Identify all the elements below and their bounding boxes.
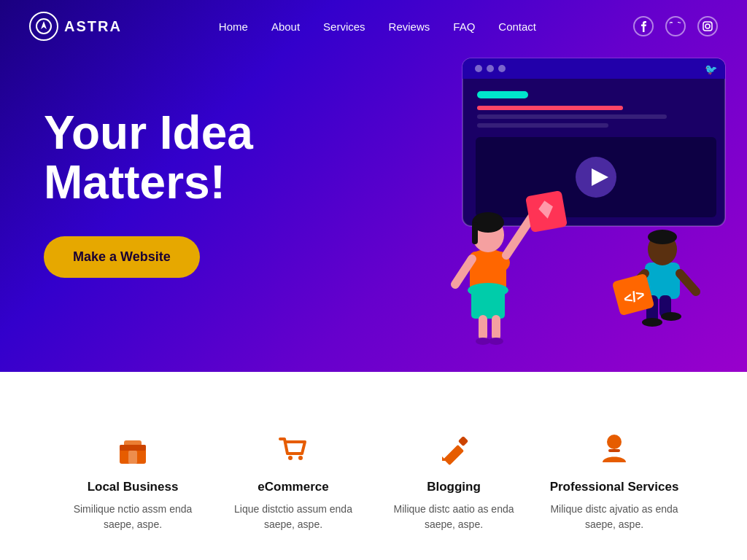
site-header: ASTRA Home About Services Reviews FAQ Co… (0, 0, 747, 52)
nav-reviews[interactable]: Reviews (389, 20, 430, 33)
svg-point-3 (710, 23, 711, 24)
svg-rect-14 (477, 123, 608, 128)
svg-rect-11 (477, 91, 528, 98)
service-professional-title: Professional Services (549, 480, 680, 494)
hero-title: Your Idea Matters! (44, 109, 253, 206)
nav-faq[interactable]: FAQ (453, 20, 475, 33)
service-professional-desc: Milique distc ajvatio as enda saepe, asp… (549, 502, 680, 532)
local-business-icon (67, 430, 198, 468)
service-blogging: Blogging Milique distc aatio as enda sae… (374, 416, 534, 547)
logo-icon (29, 12, 58, 41)
facebook-icon[interactable] (633, 16, 654, 36)
svg-rect-21 (471, 286, 505, 319)
svg-rect-23 (492, 315, 500, 341)
svg-point-39 (648, 230, 677, 244)
service-professional: Professional Services Milique distc ajva… (534, 416, 694, 547)
svg-point-25 (489, 338, 503, 345)
svg-rect-12 (477, 106, 623, 110)
service-local-business-title: Local Business (67, 480, 198, 494)
cta-button[interactable]: Make a Website (44, 236, 200, 278)
svg-rect-46 (120, 445, 146, 451)
services-section: Local Business Similique nctio assm enda… (0, 372, 747, 560)
nav-about[interactable]: About (271, 20, 300, 33)
social-links (633, 16, 718, 36)
service-ecommerce-title: eCommerce (228, 480, 359, 494)
svg-point-24 (476, 338, 490, 345)
svg-point-9 (498, 65, 506, 72)
service-blogging-title: Blogging (388, 480, 519, 494)
service-ecommerce-desc: Lique distctio assum enda saepe, aspe. (228, 502, 359, 532)
svg-point-48 (288, 456, 293, 460)
svg-point-53 (607, 435, 622, 449)
nav-home[interactable]: Home (219, 20, 248, 33)
svg-point-49 (298, 456, 303, 460)
professional-services-icon (549, 430, 680, 468)
hero-illustration: 🐦 (368, 36, 747, 357)
service-ecommerce: eCommerce Lique distctio assum enda saep… (213, 416, 374, 547)
nav-services[interactable]: Services (323, 20, 365, 33)
svg-rect-22 (479, 315, 487, 341)
svg-rect-13 (477, 114, 667, 119)
hero-content: Your Idea Matters! Make a Website (44, 109, 253, 277)
hero-svg: 🐦 (368, 36, 747, 357)
hero-section: Your Idea Matters! Make a Website 🐦 (0, 0, 747, 372)
service-local-business: Local Business Similique nctio assm enda… (53, 416, 213, 547)
logo[interactable]: ASTRA (29, 12, 122, 41)
svg-rect-28 (472, 222, 478, 244)
svg-line-41 (680, 273, 696, 292)
svg-text:🐦: 🐦 (705, 63, 718, 76)
main-nav: Home About Services Reviews FAQ Contact (219, 20, 536, 33)
svg-point-36 (642, 318, 662, 327)
svg-point-37 (661, 312, 681, 321)
svg-point-7 (475, 65, 482, 72)
ecommerce-icon (228, 430, 359, 468)
service-blogging-desc: Milique distc aatio as enda saepe, aspe. (388, 502, 519, 532)
svg-rect-47 (128, 451, 137, 464)
svg-rect-52 (458, 436, 468, 446)
svg-line-32 (455, 259, 472, 284)
service-local-business-desc: Similique nctio assm enda saepe, aspe. (67, 502, 198, 532)
svg-point-8 (487, 65, 494, 72)
instagram-icon[interactable] (697, 16, 718, 36)
twitter-icon[interactable] (665, 16, 686, 36)
logo-text: ASTRA (64, 18, 122, 35)
svg-rect-50 (444, 445, 464, 465)
nav-contact[interactable]: Contact (498, 20, 536, 33)
svg-point-2 (705, 24, 710, 28)
svg-rect-54 (608, 449, 620, 452)
blogging-icon (388, 430, 519, 468)
